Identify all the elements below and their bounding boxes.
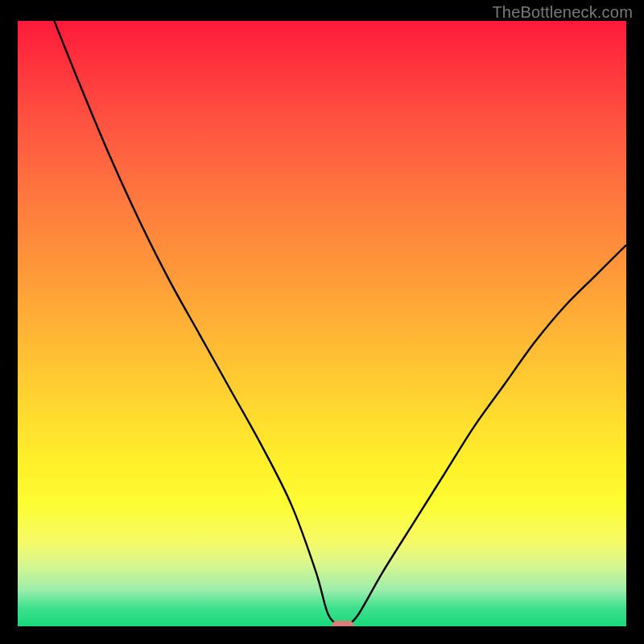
- curve-path: [54, 21, 626, 626]
- plot-area: [18, 21, 626, 626]
- bottleneck-curve: [18, 21, 626, 626]
- watermark-text: TheBottleneck.com: [492, 3, 633, 22]
- optimum-marker: [332, 621, 354, 626]
- chart-frame: TheBottleneck.com: [0, 0, 644, 644]
